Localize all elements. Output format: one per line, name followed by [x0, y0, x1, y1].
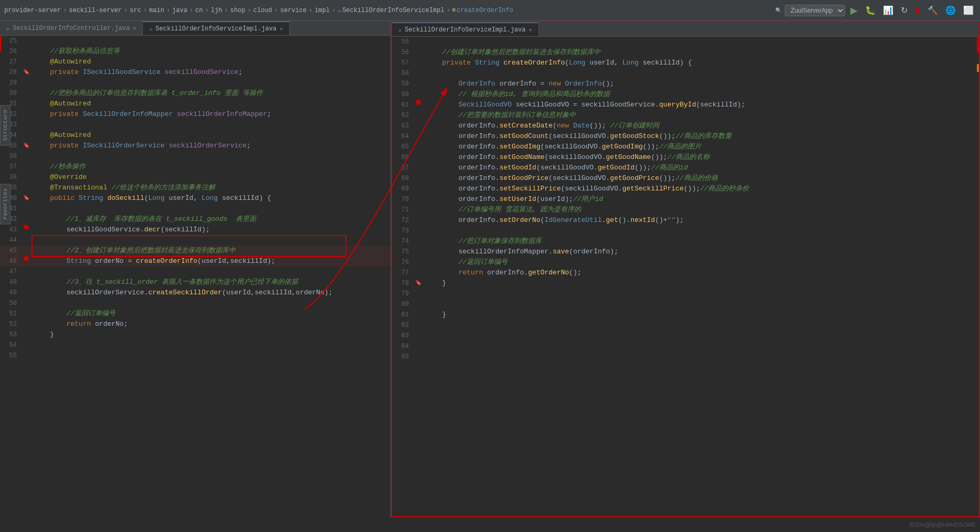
tab-controller[interactable]: ☕ SeckillOrderInfoController.java ✕ [0, 22, 143, 35]
breadcrumb-method[interactable]: m createOrderInfo [452, 7, 513, 14]
rcode-63: 63 orderInfo.setCreateDate(new Date()); … [392, 121, 979, 131]
code-line-39: 39 @Transactional //给这个秒杀的方法添加事务注解 [0, 183, 391, 193]
code-line-33: 33 [0, 120, 391, 130]
expand-button[interactable]: ⬜ [961, 4, 976, 16]
breadcrumb-service[interactable]: service [280, 7, 307, 14]
side-panels-left: Structure [0, 105, 10, 145]
code-line-54: 54 [0, 340, 391, 350]
left-code-editor[interactable]: 25 26 //获取秒杀商品信息等 27 @Autowired 28 🔖 pri… [0, 36, 391, 517]
code-line-43: 43 seckillGoodService.decr(seckillId); [0, 225, 391, 235]
stop-button[interactable]: ■ [913, 5, 922, 16]
tab-controller-label: SeckillOrderInfoController.java [13, 25, 130, 32]
code-line-30: 30 //把秒杀商品的订单信息存到数据库表 t_order_info 里面 等操… [0, 88, 391, 99]
app-selector[interactable]: ZuulServerApp [785, 5, 845, 16]
code-line-52: 52 return orderNo; [0, 319, 391, 329]
breadcrumb-seckill-server[interactable]: seckill-server [69, 7, 122, 14]
code-line-27: 27 @Autowired [0, 57, 391, 67]
rcode-78: 78 🔖 } [392, 278, 979, 289]
tab-close-right[interactable]: ✕ [529, 27, 532, 33]
rcode-83: 83 [392, 331, 979, 341]
rcode-80: 80 [392, 299, 979, 310]
tab-serviceimpl-left[interactable]: ☕ SeckillOrderInfoServiceImpl.java ✕ [143, 22, 290, 35]
rcode-69: 69 orderInfo.setSeckillPrice(seckillGood… [392, 184, 979, 194]
code-line-32: 32 private SeckillOrderInfoMapper seckil… [0, 109, 391, 120]
code-line-28: 28 🔖 private ISeckillGoodService seckill… [0, 67, 391, 78]
code-line-25: 25 [0, 36, 391, 46]
code-line-47: 47 [0, 267, 391, 277]
structure-panel-btn[interactable]: Structure [0, 105, 10, 145]
rcode-60: 60 // 根据秒杀的id, 查询到商品和商品秒杀的数据 [392, 89, 979, 100]
breadcrumb-provider-server[interactable]: provider-server [4, 7, 61, 14]
rcode-81: 81 } [392, 310, 979, 320]
code-line-26: 26 //获取秒杀商品信息等 [0, 46, 391, 57]
breadcrumb-class[interactable]: ☕ SeckillOrderInfoServiceImpl [338, 7, 444, 14]
tab-serviceimpl-right-label: SeckillOrderInfoServiceImpl.java [405, 26, 525, 34]
run-button[interactable]: ▶ [848, 4, 860, 17]
breadcrumb-ljh[interactable]: ljh [211, 7, 223, 14]
debug-button[interactable]: 🐛 [863, 4, 878, 16]
code-line-40: 40 🔖 public String doSeckill(Long userId… [0, 193, 391, 204]
rcode-76: 76 //返回订单编号 [392, 257, 979, 268]
favorites-panel-btn[interactable]: Favorites [0, 184, 10, 224]
breadcrumb: provider-server › seckill-server › src ›… [4, 7, 513, 14]
code-line-55-left: 55 [0, 350, 391, 361]
java-icon-1: ☕ [6, 25, 9, 31]
translate-button[interactable]: 🌐 [943, 4, 958, 16]
rcode-74: 74 //把订单对象保存到数据库 [392, 236, 979, 247]
code-line-45: 45 //2、创建订单对象然后把数据封装进去保存到数据库中 [0, 246, 391, 256]
rcode-79: 79 [392, 289, 979, 299]
breakpoint-61[interactable] [416, 100, 421, 105]
tab-close-1[interactable]: ✕ [133, 25, 136, 31]
refresh-button[interactable]: ↻ [899, 4, 910, 16]
rcode-71: 71 //订单编号用 雪花算法, 因为是有序的 [392, 205, 979, 215]
rcode-66: 66 orderInfo.setGoodName(seckillGoodVO.g… [392, 152, 979, 163]
bookmark-28: 🔖 [23, 67, 29, 78]
breadcrumb-src[interactable]: src [130, 7, 141, 14]
rcode-73: 73 [392, 226, 979, 236]
code-line-36: 36 [0, 151, 391, 162]
breadcrumb-cloud[interactable]: cloud [254, 7, 272, 14]
code-line-51: 51 //返回订单编号 [0, 308, 391, 319]
tab-serviceimpl-left-label: SeckillOrderInfoServiceImpl.java [155, 25, 276, 33]
code-line-44: 44 [0, 235, 391, 246]
build-button[interactable]: 🔨 [925, 4, 940, 16]
rcode-56: 56 //创建订单对象然后把数据封装进去保存到数据库中 [392, 47, 979, 58]
breadcrumb-cn[interactable]: cn [195, 7, 203, 14]
rcode-82: 82 [392, 320, 979, 331]
rcode-58: 58 [392, 68, 979, 79]
breadcrumb-java[interactable]: java [172, 7, 187, 14]
code-line-48: 48 //3、往 t_seckill_order 表插入一条数据作为这个用户已经… [0, 277, 391, 288]
code-line-46: 46 String orderNo = createOrderInfo(user… [0, 256, 391, 267]
top-toolbar: provider-server › seckill-server › src ›… [0, 0, 980, 21]
code-line-41: 41 [0, 204, 391, 214]
code-line-53: 53 } [0, 329, 391, 340]
breadcrumb-shop[interactable]: shop [230, 7, 246, 14]
rcode-70: 70 orderInfo.setUserId(userId);//用户id [392, 194, 979, 205]
code-line-34: 34 @Autowired [0, 130, 391, 141]
breakpoint-43[interactable] [24, 225, 29, 230]
rcode-61: 61 SeckillGoodVO seckillGoodVO = seckill… [392, 100, 979, 110]
code-line-49: 49 seckillOrderService.createSeckillOrde… [0, 288, 391, 298]
rcode-59: 59 OrderInfo orderInfo = new OrderInfo()… [392, 79, 979, 89]
watermark: B3DH@ljh@HANDSOME [910, 522, 976, 528]
left-error-indicator-top [0, 36, 2, 51]
rcode-84: 84 [392, 341, 979, 352]
breadcrumb-main[interactable]: main [149, 7, 164, 14]
rcode-72: 72 orderInfo.setOrderNo(IdGenerateUtil.g… [392, 215, 979, 226]
rcode-64: 64 orderInfo.setGoodCount(seckillGoodVO.… [392, 131, 979, 142]
code-line-50: 50 [0, 298, 391, 308]
error-stripe-middle [977, 64, 979, 72]
breadcrumb-impl[interactable]: impl [314, 7, 330, 14]
code-line-37: 37 //秒杀操作 [0, 162, 391, 172]
coverage-button[interactable]: 📊 [881, 4, 895, 16]
side-panels-favorites: Favorites [0, 184, 10, 224]
tab-close-2[interactable]: ✕ [280, 26, 283, 32]
breakpoint-46[interactable] [24, 256, 29, 261]
rcode-55: 55 [392, 37, 979, 47]
rcode-85: 85 [392, 352, 979, 362]
rcode-68: 68 orderInfo.setGoodPrice(seckillGoodVO.… [392, 173, 979, 184]
bookmark-78: 🔖 [415, 278, 421, 289]
right-code-editor[interactable]: 55 56 //创建订单对象然后把数据封装进去保存到数据库中 57 privat… [392, 37, 979, 517]
tab-serviceimpl-right[interactable]: ☕ SeckillOrderInfoServiceImpl.java ✕ [392, 23, 539, 36]
right-panel: ☕ SeckillOrderInfoServiceImpl.java ✕ 55 … [391, 21, 980, 517]
